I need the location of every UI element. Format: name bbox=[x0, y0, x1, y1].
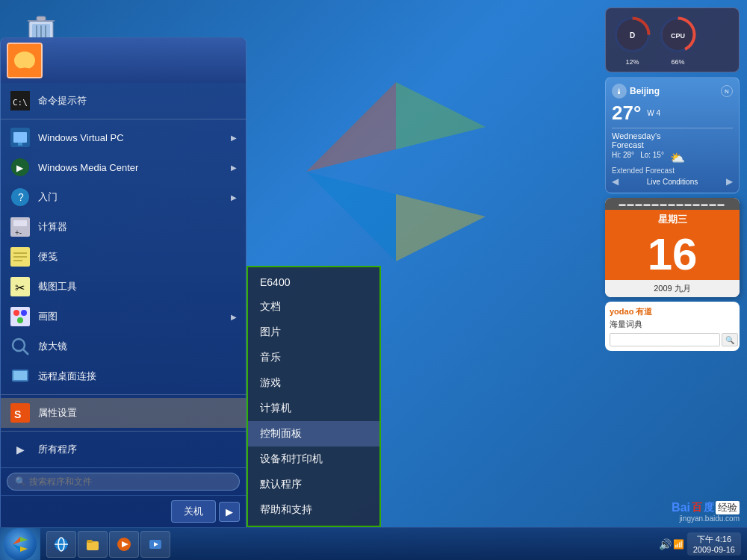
submenu-item-computer[interactable]: 计算机 bbox=[248, 396, 379, 421]
properties-icon: S bbox=[10, 402, 31, 423]
shutdown-arrow-button[interactable]: ▶ bbox=[219, 502, 240, 522]
svg-rect-3 bbox=[37, 16, 46, 21]
menu-item-snip-label: 截图工具 bbox=[38, 280, 77, 293]
menu-item-paint-label: 画图 bbox=[38, 310, 58, 323]
weather-lo: Lo: 15° bbox=[640, 151, 664, 165]
network-icon: 📶 bbox=[673, 539, 684, 550]
menu-item-vpc[interactable]: Windows Virtual PC ▶ bbox=[1, 122, 246, 152]
menu-item-wmc[interactable]: ▶ Windows Media Center ▶ bbox=[1, 152, 246, 182]
clock-date: 2009-09-16 bbox=[693, 545, 735, 554]
weather-hi: Hi: 28° bbox=[612, 151, 634, 165]
user-avatar bbox=[7, 43, 43, 78]
menu-item-cmd[interactable]: C:\ 命令提示符 bbox=[1, 86, 246, 116]
svg-text:+-: +- bbox=[15, 228, 22, 237]
divider-2 bbox=[1, 394, 246, 395]
submenu-item-pictures[interactable]: 图片 bbox=[248, 320, 379, 345]
divider-1 bbox=[1, 119, 246, 119]
menu-item-remote-label: 远程桌面连接 bbox=[38, 370, 96, 383]
youdao-search-button[interactable]: 🔍 bbox=[722, 333, 738, 346]
svg-rect-38 bbox=[13, 371, 27, 380]
submenu: E6400 文档 图片 音乐 游戏 计算机 控制面板 设备和打印机 默认程序 帮… bbox=[247, 266, 381, 527]
svg-text:C:\: C:\ bbox=[13, 98, 28, 108]
wmc-arrow: ▶ bbox=[231, 164, 237, 172]
ie-icon bbox=[53, 536, 69, 553]
weather-extended: Extended Forecast bbox=[612, 167, 733, 175]
taskbar-media2[interactable] bbox=[140, 531, 170, 558]
gauge-widget: D 12% CPU 66% bbox=[605, 7, 740, 72]
submenu-item-help[interactable]: 帮助和支持 bbox=[248, 497, 379, 523]
youdao-brand: yodao 有道 bbox=[610, 306, 735, 317]
start-orb bbox=[4, 528, 37, 561]
submenu-item-computer-label: 计算机 bbox=[260, 402, 291, 414]
shutdown-button[interactable]: 关机 bbox=[171, 500, 216, 523]
submenu-item-docs[interactable]: 文档 bbox=[248, 294, 379, 320]
svg-point-34 bbox=[17, 317, 23, 323]
disk-gauge-wrap: D 12% bbox=[612, 14, 653, 55]
svg-point-32 bbox=[13, 310, 19, 316]
menu-item-properties-label: 属性设置 bbox=[38, 406, 77, 420]
menu-item-calc[interactable]: +- 计算器 bbox=[1, 212, 246, 242]
taskbar-explorer[interactable] bbox=[78, 531, 108, 558]
svg-text:▶: ▶ bbox=[16, 163, 24, 173]
menu-item-properties[interactable]: S 属性设置 bbox=[1, 398, 246, 428]
svg-rect-16 bbox=[13, 132, 27, 143]
baidu-watermark: Bai 百 度 经验 jingyan.baidu.com bbox=[672, 501, 740, 523]
svg-point-35 bbox=[13, 339, 25, 351]
wmp-icon bbox=[116, 536, 132, 553]
menu-item-remote[interactable]: 远程桌面连接 bbox=[1, 361, 246, 391]
submenu-item-games-label: 游戏 bbox=[260, 376, 281, 388]
svg-line-36 bbox=[23, 349, 28, 355]
svg-text:?: ? bbox=[18, 191, 24, 203]
weather-forecast-label: Forecast bbox=[612, 140, 733, 149]
menu-item-snip[interactable]: ✂ 截图工具 bbox=[1, 272, 246, 302]
cpu-gauge: CPU bbox=[657, 14, 698, 55]
taskbar-wmp[interactable] bbox=[109, 531, 139, 558]
menu-item-magnify[interactable]: 放大镜 bbox=[1, 332, 246, 361]
svg-rect-17 bbox=[18, 143, 22, 146]
submenu-item-games[interactable]: 游戏 bbox=[248, 370, 379, 396]
submenu-item-devices[interactable]: 设备和打印机 bbox=[248, 447, 379, 472]
calendar-day: 16 bbox=[605, 229, 740, 280]
menu-item-wmc-label: Windows Media Center bbox=[38, 162, 138, 173]
submenu-item-music[interactable]: 音乐 bbox=[248, 345, 379, 370]
submenu-item-control-panel[interactable]: 控制面板 bbox=[248, 421, 379, 447]
volume-icon: 🔊 bbox=[659, 538, 672, 550]
submenu-item-defaults[interactable]: 默认程序 bbox=[248, 472, 379, 497]
vpc-icon bbox=[10, 127, 31, 148]
menu-item-cmd-label: 命令提示符 bbox=[38, 94, 87, 108]
start-button[interactable] bbox=[0, 528, 40, 561]
calendar-weekday: 星期三 bbox=[605, 210, 740, 229]
search-input[interactable] bbox=[29, 476, 232, 487]
submenu-item-docs-label: 文档 bbox=[260, 300, 281, 312]
disk-gauge: D bbox=[612, 14, 653, 55]
start-menu-bottom: 关机 ▶ bbox=[1, 495, 246, 527]
intro-arrow: ▶ bbox=[231, 193, 237, 202]
all-programs-icon: ▶ bbox=[10, 439, 31, 460]
vpc-arrow: ▶ bbox=[231, 134, 237, 142]
weather-live: Live Conditions bbox=[647, 178, 698, 186]
intro-icon: ? bbox=[10, 187, 31, 208]
menu-item-all-programs-label: 所有程序 bbox=[38, 443, 77, 456]
menu-item-paint[interactable]: 画图 ▶ bbox=[1, 302, 246, 332]
start-menu-top bbox=[1, 38, 246, 83]
menu-item-intro[interactable]: ? 入门 ▶ bbox=[1, 182, 246, 212]
youdao-search-input[interactable] bbox=[610, 333, 720, 346]
widget-area: D 12% CPU 66% bbox=[605, 7, 740, 351]
magnify-icon bbox=[10, 336, 31, 357]
submenu-item-e6400[interactable]: E6400 bbox=[248, 270, 379, 294]
shutdown-label: 关机 bbox=[184, 505, 203, 518]
menu-item-note[interactable]: 便笺 bbox=[1, 242, 246, 272]
cpu-label: 66% bbox=[657, 58, 698, 66]
clock: 下午 4:16 2009-09-16 bbox=[687, 532, 741, 556]
taskbar-ie[interactable] bbox=[46, 531, 76, 558]
svg-rect-23 bbox=[13, 220, 27, 226]
submenu-item-e6400-label: E6400 bbox=[260, 276, 290, 288]
calc-icon: +- bbox=[10, 217, 31, 237]
taskbar: 🔊 📶 下午 4:16 2009-09-16 bbox=[0, 527, 747, 560]
taskbar-items bbox=[43, 531, 653, 558]
weather-widget: 🌡 Beijing N 27° W 4 Wednesday's Forecast… bbox=[605, 77, 740, 193]
menu-item-all-programs[interactable]: ▶ 所有程序 bbox=[1, 435, 246, 464]
media2-icon bbox=[147, 536, 164, 553]
clock-time: 下午 4:16 bbox=[693, 534, 735, 545]
submenu-item-pictures-label: 图片 bbox=[260, 326, 281, 337]
